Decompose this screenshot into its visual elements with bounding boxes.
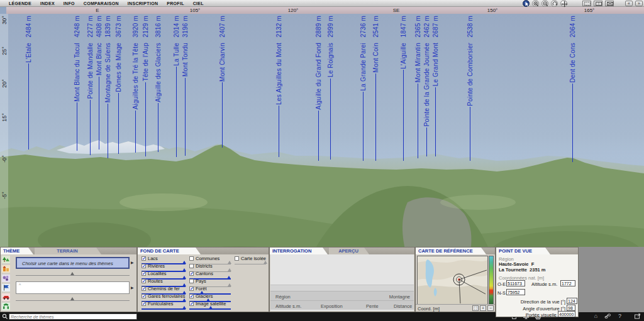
menu-item[interactable]: INFO: [64, 1, 75, 6]
peak-leader-line: [418, 84, 418, 158]
zoom-out-icon[interactable]: [541, 0, 548, 7]
share-link-icon[interactable]: [604, 313, 611, 320]
reference-map-thumbnail[interactable]: [417, 256, 488, 305]
external-window-icon[interactable]: [634, 313, 641, 320]
slider-thumb[interactable]: [209, 306, 213, 309]
theme-panel-expand-arrow-1[interactable]: ▶: [131, 260, 134, 264]
layer-checkbox[interactable]: ✓: [189, 264, 194, 268]
menu-item[interactable]: INSCRIPTION: [128, 1, 158, 6]
elevation-scale-label: 20°: [1, 79, 8, 88]
tab-carte-de-reference[interactable]: CARTE DE RÉFÉRENCE: [416, 248, 486, 254]
peak-leader-line: [375, 73, 376, 161]
close-view-icon[interactable]: [605, 1, 614, 6]
collapse-right-button[interactable]: »: [635, 1, 643, 6]
interrogation-region-row: Région Montagne: [270, 291, 414, 300]
layer-checkbox[interactable]: ✓: [142, 294, 146, 298]
split-view-icon[interactable]: [594, 1, 602, 6]
flag-theme-icon[interactable]: [2, 284, 10, 291]
layer-checkbox[interactable]: ✓: [142, 279, 146, 283]
layer-checkbox[interactable]: ✓: [189, 286, 194, 291]
layer-checkbox[interactable]: ✓: [189, 271, 194, 276]
layer-opacity-slider[interactable]: [142, 307, 186, 310]
tab-terrain[interactable]: TERRAIN: [35, 248, 101, 254]
slider-thumb[interactable]: [264, 261, 267, 264]
peak-label: 2889 m Aiguille du Grand Fond: [314, 16, 323, 161]
peak-label: 2365 m Mont Mirantin: [413, 16, 422, 158]
ns-label: N-S: [497, 290, 506, 296]
mountain-field-label: Montagne: [389, 294, 410, 300]
peak-label: 2407 m Mont Charvin: [218, 16, 226, 148]
theme-divider-slider-2[interactable]: [16, 300, 130, 301]
layer-checkbox[interactable]: ✓: [189, 279, 194, 283]
menu-item[interactable]: CIEL: [193, 1, 204, 6]
peak-label: 3920 m Aiguilles de Tré la Tête: [131, 16, 140, 153]
tab-interrogation[interactable]: INTERROGATION: [270, 248, 328, 254]
pan-icon[interactable]: [560, 0, 567, 7]
rotate-view-icon[interactable]: [551, 0, 558, 7]
peak-leader-line: [363, 92, 364, 161]
peak-elevation: 2014 m: [173, 16, 180, 38]
map-zoom-out-button[interactable]: −: [487, 305, 494, 311]
theme-map-select[interactable]: Choisir une carte dans le menu des thème…: [16, 257, 130, 269]
aperture-input[interactable]: [567, 305, 575, 311]
peak-name: L'Aiguille: [400, 43, 407, 69]
help-icon[interactable]: ?: [616, 313, 623, 320]
collapse-left-button[interactable]: «: [625, 1, 633, 6]
layer-checkbox[interactable]: ✓: [142, 264, 146, 268]
layer-checkbox[interactable]: ✓: [142, 302, 146, 306]
tab-point-de-vue[interactable]: POINT DE VUE: [496, 248, 550, 254]
layer-checkbox[interactable]: ✓: [142, 286, 146, 291]
theme-divider-slider-1[interactable]: [16, 275, 130, 276]
peak-label: 2064 m Dent de Cons: [568, 16, 577, 162]
theme-search-input[interactable]: [9, 313, 137, 320]
clusters-theme-icon[interactable]: [2, 275, 10, 282]
layer-checkbox[interactable]: ✓: [189, 256, 194, 261]
peak-name: Aiguille des Glaciers: [155, 43, 162, 102]
peak-leader-line: [90, 100, 91, 155]
theme-panel-expand-arrow-2[interactable]: ▶: [131, 285, 134, 290]
tab-theme[interactable]: THÈME: [1, 248, 33, 254]
peak-label: 3673 m Dômes de Miage: [114, 16, 123, 154]
layer-label: Lacs: [148, 256, 158, 261]
peak-elevation: 1847 m: [400, 16, 407, 38]
peak-leader-line: [572, 84, 573, 162]
layer-checkbox[interactable]: ✓: [142, 256, 146, 261]
map-zoom-in-button[interactable]: +: [480, 305, 486, 311]
layer-item: ✓ Carte isolée: [235, 256, 267, 264]
altitude-input[interactable]: [560, 280, 575, 286]
slider-thumb[interactable]: [182, 306, 186, 309]
menu-item[interactable]: LÉGENDE: [9, 1, 31, 6]
map-fullextent-button[interactable]: ⛶: [472, 305, 479, 311]
layer-checkbox[interactable]: ✓: [235, 256, 239, 261]
tab-fond-de-carte[interactable]: FOND DE CARTE: [138, 248, 201, 254]
layer-checkbox[interactable]: ✓: [142, 271, 146, 276]
layer-opacity-slider[interactable]: [235, 261, 266, 264]
ns-input[interactable]: [506, 289, 525, 295]
peak-label: 2541 m Mont Coin: [371, 16, 380, 161]
menu-item[interactable]: INDEX: [40, 1, 55, 6]
menu-bar: LÉGENDE INDEX INFO COMPARAISON INSCRIPTI…: [0, 0, 644, 7]
home-icon[interactable]: ⌂: [592, 313, 599, 320]
layer-checkbox[interactable]: ✓: [189, 294, 194, 298]
visual-range-input[interactable]: [558, 311, 575, 317]
measure-frame-icon[interactable]: [582, 1, 591, 6]
oe-input[interactable]: [506, 280, 525, 286]
nature-theme-icon[interactable]: [2, 256, 10, 263]
zoom-in-icon[interactable]: [532, 0, 539, 7]
buildings-theme-icon[interactable]: [2, 265, 10, 273]
search-icon: [2, 313, 8, 320]
peak-elevation: 2129 m: [142, 16, 149, 38]
theme-secondary-select[interactable]: ^: [16, 281, 130, 294]
menu-item[interactable]: COMPARAISON: [84, 1, 119, 6]
communication-theme-icon[interactable]: [2, 303, 10, 310]
tab-apercu[interactable]: APERÇU: [329, 248, 369, 254]
layer-checkbox[interactable]: ✓: [189, 302, 194, 306]
peak-leader-line: [470, 107, 470, 161]
pointer-tool-button[interactable]: [523, 0, 530, 7]
peak-leader-line: [185, 78, 186, 156]
layer-opacity-slider[interactable]: [189, 307, 231, 310]
menu-item[interactable]: PROFIL: [167, 1, 184, 6]
direction-input[interactable]: [567, 298, 577, 304]
peak-label: 2277 m Pointe de Mandalle: [86, 16, 94, 155]
transport-theme-icon[interactable]: [2, 293, 10, 301]
